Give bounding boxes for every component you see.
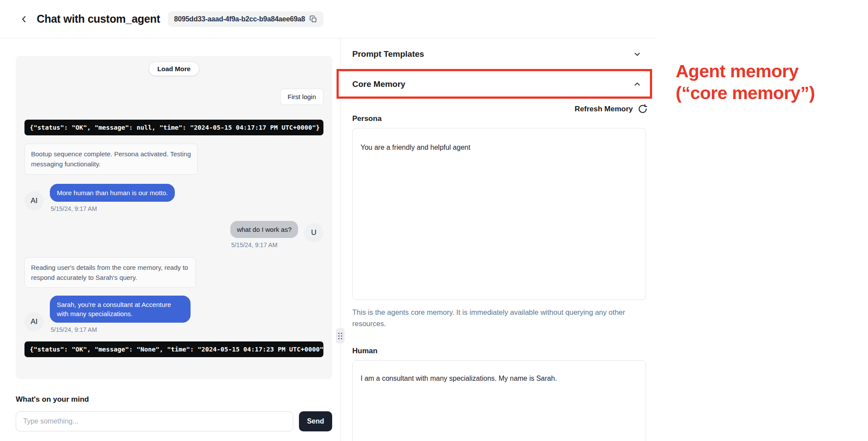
system-message: Bootup sequence complete. Persona activa… <box>24 144 198 175</box>
core-memory-description: This is the agents core memory. It is im… <box>352 307 632 329</box>
message-timestamp: 5/15/24, 9:17 AM <box>51 205 97 212</box>
ai-message-bubble: Sarah, you're a consultant at Accenture … <box>50 296 191 323</box>
status-code-message: {"status": "OK", "message": null, "time"… <box>24 120 323 135</box>
header: Chat with custom_agent 8095dd33-aaad-4f9… <box>0 0 656 38</box>
send-button[interactable]: Send <box>299 411 332 431</box>
refresh-memory-label: Refresh Memory <box>575 105 633 114</box>
first-login-badge: First login <box>280 89 323 105</box>
chevron-down-icon <box>633 50 642 59</box>
memory-panel: Prompt Templates Core Memory Refresh Mem… <box>350 38 649 441</box>
refresh-memory-button[interactable]: Refresh Memory <box>350 104 649 114</box>
agent-id-value: 8095dd33-aaad-4f9a-b2cc-b9a84aee69a8 <box>174 15 305 23</box>
prompt-templates-title: Prompt Templates <box>352 49 424 59</box>
ai-avatar: AI <box>24 312 44 331</box>
core-memory-accordion[interactable]: Core Memory <box>350 70 649 99</box>
panel-divider <box>340 38 340 441</box>
status-code-message: {"status": "OK", "message": "None", "tim… <box>24 341 323 357</box>
ai-message-row: AI More human than human is our motto. 5… <box>24 184 323 212</box>
user-avatar: U <box>304 223 323 242</box>
ai-avatar: AI <box>24 191 44 210</box>
chat-column: Load More First login {"status": "OK", "… <box>16 56 332 431</box>
persona-label: Persona <box>352 114 649 123</box>
human-label: Human <box>352 347 649 355</box>
ai-message-bubble: More human than human is our motto. <box>50 184 175 202</box>
prompt-templates-accordion[interactable]: Prompt Templates <box>350 38 649 70</box>
persona-textarea[interactable]: You are a friendly and helpful agent <box>352 128 646 300</box>
page-title: Chat with custom_agent <box>37 13 160 25</box>
chat-message-panel: Load More First login {"status": "OK", "… <box>16 56 332 379</box>
chevron-up-icon <box>633 80 642 89</box>
system-message: Reading user's details from the core mem… <box>24 257 196 288</box>
user-message-row: what do I work as? 5/15/24, 9:17 AM U <box>24 221 323 248</box>
message-timestamp: 5/15/24, 9:17 AM <box>51 326 97 333</box>
load-more-button[interactable]: Load More <box>149 62 199 76</box>
panel-resize-handle[interactable] <box>336 328 344 343</box>
user-message-bubble: what do I work as? <box>230 221 298 238</box>
ai-message-row: AI Sarah, you're a consultant at Accentu… <box>24 296 323 333</box>
back-button[interactable] <box>17 13 31 26</box>
message-input[interactable] <box>16 411 293 431</box>
refresh-icon <box>638 104 648 114</box>
agent-id-badge: 8095dd33-aaad-4f9a-b2cc-b9a84aee69a8 <box>168 11 323 27</box>
message-timestamp: 5/15/24, 9:17 AM <box>231 241 278 248</box>
chevron-left-icon <box>19 14 29 24</box>
composer-label: What's on your mind <box>16 395 332 404</box>
agent-memory-annotation: Agent memory (“core memory”) <box>676 60 815 104</box>
copy-icon[interactable] <box>309 15 317 23</box>
human-textarea[interactable]: I am a consultant with many specializati… <box>352 360 646 441</box>
core-memory-title: Core Memory <box>352 79 405 89</box>
